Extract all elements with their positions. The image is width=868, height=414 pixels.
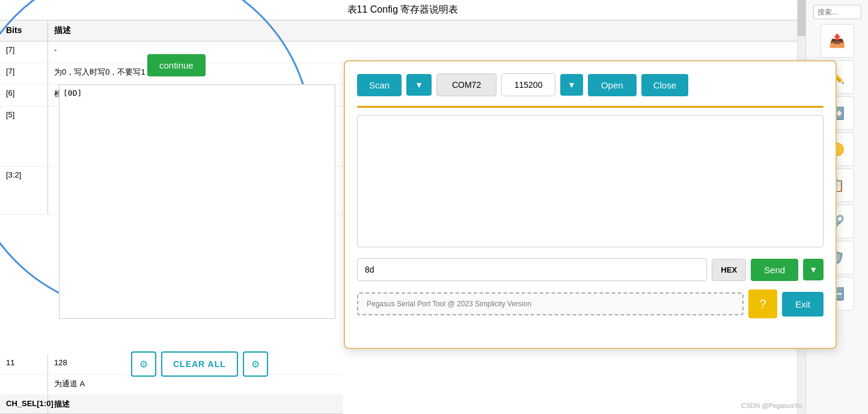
send-input[interactable] [357, 258, 707, 281]
table-header: Bits 描述 [0, 20, 805, 42]
bt-col1 [0, 375, 48, 395]
send-row: HEX Send ▼ [357, 258, 824, 281]
baud-dropdown-button[interactable]: ▼ [560, 74, 583, 96]
bt-col2: 为通道 A [48, 375, 343, 395]
row-desc-text: 为0，写入时写0，不要写1 [54, 67, 145, 76]
dropdown-arrow-icon: ▼ [415, 80, 423, 90]
hex-button[interactable]: HEX [712, 259, 746, 281]
status-row: Pegasus Serial Port Tool @ 2023 Simplici… [357, 289, 824, 318]
settings-right-icon: ⚙ [251, 359, 260, 370]
open-button[interactable]: Open [588, 74, 637, 96]
scan-button[interactable]: Scan [357, 74, 402, 96]
row-bits: [7] [0, 63, 48, 84]
baud-rate-input[interactable] [501, 73, 555, 96]
table-title: 表11 Config 寄存器说明表 [0, 0, 805, 20]
watermark: CSDN @PegasusYu [741, 402, 802, 409]
row-bits: [3:2] [0, 167, 48, 214]
help-button[interactable]: ? [748, 289, 777, 318]
send-button[interactable]: Send [751, 259, 798, 281]
bottom-table-row: 为通道 A [0, 375, 343, 395]
close-button[interactable]: Close [641, 74, 688, 96]
serial-toolbar: Scan ▼ ▼ Open Close [357, 73, 824, 96]
serial-panel: Scan ▼ ▼ Open Close HEX Send ▼ Pegasus S… [344, 60, 837, 349]
col-desc-header: 描述 [48, 20, 805, 41]
com-port-input[interactable] [436, 73, 497, 96]
orange-accent-line [357, 106, 824, 108]
row-bits: [6] [0, 85, 48, 106]
left-textarea[interactable]: [0D] [59, 84, 335, 319]
status-text-box: Pegasus Serial Port Tool @ 2023 Simplici… [357, 292, 744, 315]
exit-button[interactable]: Exit [782, 292, 824, 317]
sidebar-search-input[interactable] [813, 5, 861, 19]
col-bits-header: Bits [0, 20, 48, 41]
settings-left-button[interactable]: ⚙ [131, 351, 156, 377]
sidebar-icon-upload[interactable]: 📤 [821, 24, 854, 58]
bottom-sub-header: CH_SEL[1:0] 描述 [0, 395, 343, 414]
dropdown-button[interactable]: ▼ [406, 74, 432, 96]
row-bits: [7] [0, 42, 48, 63]
scrollbar-thumb[interactable] [798, 0, 806, 36]
settings-right-button[interactable]: ⚙ [243, 351, 268, 377]
baud-dropdown-arrow-icon: ▼ [567, 80, 576, 90]
bt-sub-h2: 描述 [48, 395, 343, 413]
row-bits: [5] [0, 107, 48, 166]
settings-left-icon: ⚙ [139, 359, 148, 370]
help-icon: ? [759, 297, 766, 311]
bt-sub-h1: CH_SEL[1:0] [0, 395, 48, 413]
send-dropdown-arrow-icon: ▼ [809, 265, 818, 274]
bottom-buttons: ⚙ CLEAR ALL ⚙ [131, 351, 268, 377]
continue-button[interactable]: continue [147, 54, 206, 76]
send-dropdown-button[interactable]: ▼ [803, 259, 824, 280]
bt-col1: 11 [0, 354, 48, 374]
clear-all-button[interactable]: CLEAR ALL [161, 351, 238, 377]
status-text: Pegasus Serial Port Tool @ 2023 Simplici… [367, 300, 531, 308]
receive-textarea[interactable] [357, 115, 824, 247]
upload-icon: 📤 [829, 33, 845, 49]
